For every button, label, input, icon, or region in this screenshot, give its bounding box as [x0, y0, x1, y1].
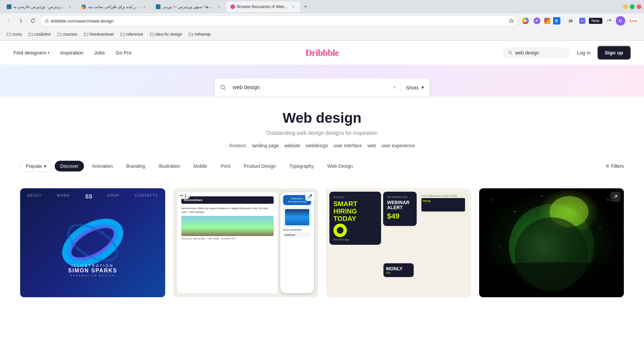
- shot4-link-icon[interactable]: [610, 192, 620, 202]
- back-button[interactable]: [4, 16, 13, 26]
- nav-search-bar[interactable]: [503, 47, 570, 58]
- nav-find-designers[interactable]: Find designers ▾: [13, 50, 49, 55]
- reload-button[interactable]: [28, 16, 38, 26]
- browser-tab-3[interactable]: نوشته‌ها › میهن وردپرس — وردپر ×: [152, 1, 226, 12]
- bookmark-freedownload[interactable]: freedownload: [81, 31, 117, 38]
- tab-title-1: میهن وردپرس - وردپرس فارسی به: [13, 4, 65, 9]
- signup-button[interactable]: Sign up: [597, 46, 631, 60]
- nav-go-pro[interactable]: Go Pro: [116, 50, 132, 55]
- hero-search-clear-button[interactable]: ×: [389, 84, 400, 90]
- filter-web-design[interactable]: Web Design: [322, 161, 358, 171]
- page-title-section: Web design Outstanding web design design…: [0, 97, 644, 155]
- navbar: Find designers ▾ Inspiration Jobs Go Pro…: [0, 41, 644, 65]
- user-avatar[interactable]: U: [616, 16, 625, 26]
- search-icon: [508, 50, 512, 55]
- svg-text:GENERATIVE DESIGN: GENERATIVE DESIGN: [70, 274, 115, 277]
- browser-tab-1[interactable]: میهن وردپرس - وردپرس فارسی به ×: [3, 1, 77, 12]
- shot-card-1[interactable]: ILLUSTRATION SIMON SPARKS GENERATIVE DES…: [20, 188, 165, 297]
- chrome-icon-button[interactable]: [521, 16, 530, 26]
- nav-logo[interactable]: Dribbble: [305, 47, 338, 58]
- bookmark-courses[interactable]: courses: [55, 31, 80, 38]
- chevron-down-icon: ▾: [44, 163, 46, 169]
- folder-icon: [29, 32, 33, 36]
- related-tag-user-experience[interactable]: user experience: [381, 143, 415, 148]
- tab-close-2[interactable]: ×: [142, 4, 147, 9]
- bookmark-csshtml[interactable]: css&html: [26, 31, 53, 38]
- shot-card-3[interactable]: BOXED SMARTHIRINGTODAY About Our App ON …: [326, 188, 471, 297]
- browser-controls-bar: dribbble.com/search/web-design P B: [0, 13, 644, 28]
- nav-inspiration[interactable]: Inspiration: [60, 50, 83, 55]
- shot2-web: HorizonHues HorizonHues offers the large…: [177, 192, 278, 293]
- svg-text:ILLUSTRATION: ILLUSTRATION: [72, 264, 114, 268]
- shot3-smart-hiring: BOXED SMARTHIRINGTODAY About Our App: [329, 192, 381, 245]
- external-link-icon: [613, 194, 618, 199]
- nav-left: Find designers ▾ Inspiration Jobs Go Pro: [13, 50, 132, 55]
- extension-blue[interactable]: B: [553, 17, 560, 25]
- bookmark-icons[interactable]: icons: [4, 31, 25, 38]
- browser-tab-4[interactable]: Browse thousands of Web Des... ×: [226, 1, 300, 12]
- filter-bar: Popular ▾ Discover Animation Branding Il…: [0, 155, 644, 178]
- popular-dropdown[interactable]: Popular ▾: [20, 160, 52, 172]
- svg-point-6: [221, 85, 225, 89]
- new-tab-button[interactable]: +: [301, 2, 310, 11]
- shot-card-2[interactable]: HorizonHues HorizonHues offers the large…: [173, 188, 318, 297]
- address-bar[interactable]: dribbble.com/search/web-design: [40, 15, 518, 26]
- nav-search-input[interactable]: [515, 50, 565, 55]
- star-icon[interactable]: [509, 18, 514, 23]
- svg-text:SIMON SPARKS: SIMON SPARKS: [68, 268, 117, 273]
- bookmark-reference[interactable]: reference: [118, 31, 146, 38]
- shot2-action-icon[interactable]: [305, 192, 315, 201]
- minimize-button[interactable]: [623, 4, 628, 9]
- svg-marker-1: [509, 19, 513, 23]
- profile-button[interactable]: P: [532, 16, 542, 26]
- related-tag-web[interactable]: web: [367, 143, 376, 148]
- extension-colorful[interactable]: [544, 17, 551, 25]
- login-button[interactable]: Log in: [577, 50, 591, 55]
- tab-close-4[interactable]: ×: [291, 4, 296, 9]
- filter-animation[interactable]: Animation: [87, 161, 118, 171]
- filters-button[interactable]: ≡ Filters: [606, 163, 624, 169]
- bookmark-mihanwp[interactable]: mihanwp: [186, 31, 213, 38]
- related-tag-webdesign[interactable]: webdesign: [306, 143, 328, 148]
- filter-mobile[interactable]: Mobile: [188, 161, 213, 171]
- svg-point-13: [514, 211, 515, 212]
- folder-icon: [57, 32, 62, 36]
- filter-product-design[interactable]: Product Design: [238, 161, 281, 171]
- tab-close-1[interactable]: ×: [67, 4, 73, 9]
- related-tag-landing-page[interactable]: landing page: [252, 143, 279, 148]
- shot-card-4[interactable]: [479, 188, 624, 297]
- filter-typography[interactable]: Typography: [284, 161, 319, 171]
- filter-illustration[interactable]: Illustration: [153, 161, 185, 171]
- folder-icon: [121, 32, 125, 36]
- hero-search-input[interactable]: [226, 78, 389, 97]
- error-badge[interactable]: Error: [627, 18, 640, 24]
- new-badge[interactable]: New: [589, 18, 602, 24]
- tab-favicon-4: [230, 4, 235, 9]
- folder-icon: [7, 32, 11, 36]
- extension-dots[interactable]: [578, 16, 587, 26]
- bookmark-idea-for-design[interactable]: idea for design: [147, 31, 185, 38]
- filter-print[interactable]: Print: [215, 161, 236, 171]
- extension-badge-20[interactable]: 20: [566, 17, 576, 25]
- hero-search-type-dropdown[interactable]: Shots ▾: [401, 84, 429, 90]
- browser-tab-2[interactable]: چطور ایده برای طراحی سایت پید ×: [77, 1, 151, 12]
- filter-branding[interactable]: Branding: [121, 161, 150, 171]
- forward-button[interactable]: [16, 16, 26, 26]
- shot4-visual: [479, 188, 624, 297]
- related-tag-user-interface[interactable]: user interface: [333, 143, 362, 148]
- close-window-button[interactable]: [637, 4, 641, 9]
- nav-jobs[interactable]: Jobs: [94, 50, 105, 55]
- maximize-button[interactable]: [630, 4, 635, 9]
- tab-favicon-3: [156, 4, 160, 9]
- tab-close-3[interactable]: ×: [216, 4, 222, 9]
- browser-chrome: میهن وردپرس - وردپرس فارسی به × چطور اید…: [0, 0, 644, 41]
- shot-inner-4: [479, 188, 624, 297]
- share-button[interactable]: [604, 16, 614, 26]
- nav-right: Log in Sign up: [503, 46, 631, 60]
- svg-point-16: [607, 199, 608, 200]
- svg-point-2: [581, 21, 581, 21]
- hero-search-container: × Shots ▾: [215, 78, 429, 97]
- related-tag-website[interactable]: website: [284, 143, 300, 148]
- svg-point-7: [60, 215, 125, 270]
- filter-discover[interactable]: Discover: [55, 161, 84, 171]
